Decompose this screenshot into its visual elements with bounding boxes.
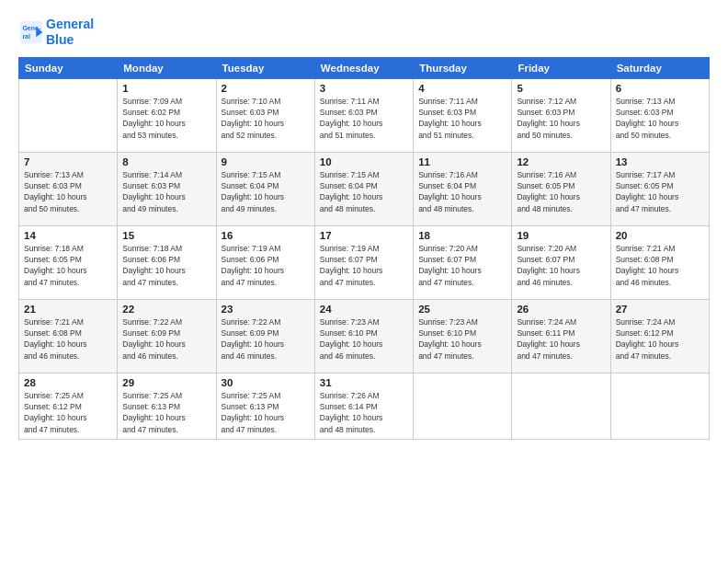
weekday-header-monday: Monday (118, 57, 216, 78)
day-info: Sunrise: 7:25 AM Sunset: 6:13 PM Dayligh… (122, 390, 210, 435)
calendar-cell: 7Sunrise: 7:13 AM Sunset: 6:03 PM Daylig… (19, 152, 118, 225)
day-info: Sunrise: 7:21 AM Sunset: 6:08 PM Dayligh… (24, 316, 112, 362)
day-number: 22 (122, 304, 210, 315)
calendar-cell: 25Sunrise: 7:23 AM Sunset: 6:10 PM Dayli… (414, 299, 512, 373)
calendar-cell: 5Sunrise: 7:12 AM Sunset: 6:03 PM Daylig… (512, 78, 610, 152)
calendar-cell: 31Sunrise: 7:26 AM Sunset: 6:14 PM Dayli… (314, 373, 413, 439)
calendar-cell: 15Sunrise: 7:18 AM Sunset: 6:06 PM Dayli… (118, 225, 216, 299)
day-number: 3 (320, 83, 408, 94)
day-info: Sunrise: 7:11 AM Sunset: 6:03 PM Dayligh… (320, 96, 408, 141)
calendar-cell: 10Sunrise: 7:15 AM Sunset: 6:04 PM Dayli… (314, 152, 413, 225)
day-info: Sunrise: 7:25 AM Sunset: 6:13 PM Dayligh… (222, 390, 310, 435)
calendar-week-3: 14Sunrise: 7:18 AM Sunset: 6:05 PM Dayli… (19, 225, 710, 299)
day-info: Sunrise: 7:11 AM Sunset: 6:03 PM Dayligh… (418, 96, 506, 141)
calendar-cell: 6Sunrise: 7:13 AM Sunset: 6:03 PM Daylig… (610, 78, 709, 152)
day-number: 9 (222, 156, 310, 167)
weekday-header-sunday: Sunday (19, 57, 118, 78)
calendar-cell (512, 373, 610, 439)
day-info: Sunrise: 7:17 AM Sunset: 6:05 PM Dayligh… (616, 169, 704, 214)
calendar-table: SundayMondayTuesdayWednesdayThursdayFrid… (18, 57, 710, 440)
day-number: 21 (24, 304, 112, 315)
day-info: Sunrise: 7:10 AM Sunset: 6:03 PM Dayligh… (222, 96, 310, 141)
day-info: Sunrise: 7:23 AM Sunset: 6:10 PM Dayligh… (418, 316, 506, 362)
calendar-cell: 23Sunrise: 7:22 AM Sunset: 6:09 PM Dayli… (216, 299, 314, 373)
day-info: Sunrise: 7:19 AM Sunset: 6:07 PM Dayligh… (320, 243, 408, 288)
day-info: Sunrise: 7:19 AM Sunset: 6:06 PM Dayligh… (222, 243, 310, 288)
calendar-cell: 9Sunrise: 7:15 AM Sunset: 6:04 PM Daylig… (216, 152, 314, 225)
calendar-cell (610, 373, 709, 439)
logo-text: General Blue (46, 17, 94, 48)
day-number: 30 (222, 377, 310, 388)
weekday-header-row: SundayMondayTuesdayWednesdayThursdayFrid… (19, 57, 710, 78)
calendar-cell: 12Sunrise: 7:16 AM Sunset: 6:05 PM Dayli… (512, 152, 610, 225)
weekday-header-tuesday: Tuesday (216, 57, 314, 78)
day-number: 8 (122, 156, 210, 167)
day-number: 10 (320, 156, 408, 167)
calendar-cell: 21Sunrise: 7:21 AM Sunset: 6:08 PM Dayli… (19, 299, 118, 373)
day-number: 1 (122, 83, 210, 94)
day-info: Sunrise: 7:24 AM Sunset: 6:12 PM Dayligh… (616, 316, 704, 362)
day-number: 15 (122, 230, 210, 241)
day-number: 28 (24, 377, 112, 388)
day-number: 25 (418, 304, 506, 315)
day-number: 2 (222, 83, 310, 94)
day-number: 24 (320, 304, 408, 315)
calendar-week-1: 1Sunrise: 7:09 AM Sunset: 6:02 PM Daylig… (19, 78, 710, 152)
day-info: Sunrise: 7:14 AM Sunset: 6:03 PM Dayligh… (122, 169, 210, 214)
calendar-cell: 27Sunrise: 7:24 AM Sunset: 6:12 PM Dayli… (610, 299, 709, 373)
day-info: Sunrise: 7:18 AM Sunset: 6:06 PM Dayligh… (122, 243, 210, 288)
day-number: 19 (517, 230, 605, 241)
day-info: Sunrise: 7:15 AM Sunset: 6:04 PM Dayligh… (320, 169, 408, 214)
day-info: Sunrise: 7:09 AM Sunset: 6:02 PM Dayligh… (122, 96, 210, 141)
calendar-cell: 14Sunrise: 7:18 AM Sunset: 6:05 PM Dayli… (19, 225, 118, 299)
weekday-header-friday: Friday (512, 57, 610, 78)
day-info: Sunrise: 7:13 AM Sunset: 6:03 PM Dayligh… (24, 169, 112, 214)
day-number: 29 (122, 377, 210, 388)
calendar-cell: 19Sunrise: 7:20 AM Sunset: 6:07 PM Dayli… (512, 225, 610, 299)
calendar-cell: 22Sunrise: 7:22 AM Sunset: 6:09 PM Dayli… (118, 299, 216, 373)
day-info: Sunrise: 7:15 AM Sunset: 6:04 PM Dayligh… (222, 169, 310, 214)
day-info: Sunrise: 7:22 AM Sunset: 6:09 PM Dayligh… (222, 316, 310, 362)
calendar-cell: 28Sunrise: 7:25 AM Sunset: 6:12 PM Dayli… (19, 373, 118, 439)
calendar-week-5: 28Sunrise: 7:25 AM Sunset: 6:12 PM Dayli… (19, 373, 710, 439)
day-number: 18 (418, 230, 506, 241)
day-number: 23 (222, 304, 310, 315)
calendar-cell: 24Sunrise: 7:23 AM Sunset: 6:10 PM Dayli… (314, 299, 413, 373)
calendar-cell: 16Sunrise: 7:19 AM Sunset: 6:06 PM Dayli… (216, 225, 314, 299)
calendar-week-4: 21Sunrise: 7:21 AM Sunset: 6:08 PM Dayli… (19, 299, 710, 373)
day-number: 27 (616, 304, 704, 315)
day-number: 31 (320, 377, 408, 388)
calendar-cell: 2Sunrise: 7:10 AM Sunset: 6:03 PM Daylig… (216, 78, 314, 152)
day-info: Sunrise: 7:16 AM Sunset: 6:04 PM Dayligh… (418, 169, 506, 214)
calendar-cell: 26Sunrise: 7:24 AM Sunset: 6:11 PM Dayli… (512, 299, 610, 373)
day-info: Sunrise: 7:22 AM Sunset: 6:09 PM Dayligh… (122, 316, 210, 362)
header: Gene- ral General Blue (18, 17, 710, 48)
day-info: Sunrise: 7:23 AM Sunset: 6:10 PM Dayligh… (320, 316, 408, 362)
calendar-cell: 13Sunrise: 7:17 AM Sunset: 6:05 PM Dayli… (610, 152, 709, 225)
day-info: Sunrise: 7:20 AM Sunset: 6:07 PM Dayligh… (517, 243, 605, 288)
day-number: 12 (517, 156, 605, 167)
calendar-cell (19, 78, 118, 152)
calendar-cell: 1Sunrise: 7:09 AM Sunset: 6:02 PM Daylig… (118, 78, 216, 152)
weekday-header-wednesday: Wednesday (314, 57, 413, 78)
day-info: Sunrise: 7:13 AM Sunset: 6:03 PM Dayligh… (616, 96, 704, 141)
day-number: 17 (320, 230, 408, 241)
calendar-week-2: 7Sunrise: 7:13 AM Sunset: 6:03 PM Daylig… (19, 152, 710, 225)
calendar-cell: 30Sunrise: 7:25 AM Sunset: 6:13 PM Dayli… (216, 373, 314, 439)
calendar-cell: 20Sunrise: 7:21 AM Sunset: 6:08 PM Dayli… (610, 225, 709, 299)
calendar-cell: 8Sunrise: 7:14 AM Sunset: 6:03 PM Daylig… (118, 152, 216, 225)
calendar-cell: 4Sunrise: 7:11 AM Sunset: 6:03 PM Daylig… (414, 78, 512, 152)
day-number: 16 (222, 230, 310, 241)
day-info: Sunrise: 7:18 AM Sunset: 6:05 PM Dayligh… (24, 243, 112, 288)
day-number: 14 (24, 230, 112, 241)
day-info: Sunrise: 7:25 AM Sunset: 6:12 PM Dayligh… (24, 390, 112, 435)
day-info: Sunrise: 7:24 AM Sunset: 6:11 PM Dayligh… (517, 316, 605, 362)
calendar-cell (414, 373, 512, 439)
calendar-cell: 29Sunrise: 7:25 AM Sunset: 6:13 PM Dayli… (118, 373, 216, 439)
logo-icon: Gene- ral (18, 19, 44, 45)
day-info: Sunrise: 7:21 AM Sunset: 6:08 PM Dayligh… (616, 243, 704, 288)
day-number: 4 (418, 83, 506, 94)
day-info: Sunrise: 7:20 AM Sunset: 6:07 PM Dayligh… (418, 243, 506, 288)
calendar-body: 1Sunrise: 7:09 AM Sunset: 6:02 PM Daylig… (19, 78, 710, 439)
day-info: Sunrise: 7:16 AM Sunset: 6:05 PM Dayligh… (517, 169, 605, 214)
